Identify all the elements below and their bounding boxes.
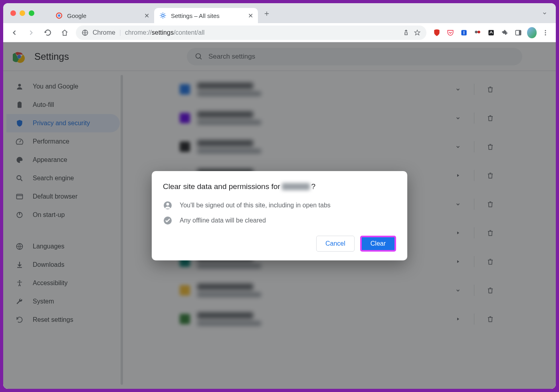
gear-favicon-icon [159, 12, 167, 20]
tab-title: Google [67, 12, 140, 19]
bitwarden-icon[interactable] [459, 28, 469, 37]
svg-rect-9 [519, 30, 521, 35]
address-bar[interactable]: Chrome | chrome://settings/content/all [76, 26, 426, 40]
extension-icon[interactable] [486, 28, 496, 37]
site-info-icon[interactable] [81, 29, 89, 36]
check-circle-icon [163, 216, 172, 225]
tab-strip: Google ✕ Settings – All sites ✕ ＋ [3, 3, 556, 23]
browser-window: Google ✕ Settings – All sites ✕ ＋ Chrome… [3, 3, 556, 389]
home-button[interactable] [59, 27, 70, 38]
close-tab-icon[interactable]: ✕ [144, 12, 149, 20]
tab-overflow-button[interactable] [541, 10, 548, 16]
new-tab-button[interactable]: ＋ [263, 8, 271, 19]
browser-toolbar: Chrome | chrome://settings/content/all [3, 23, 556, 42]
share-icon[interactable] [402, 29, 410, 36]
extensions-menu-icon[interactable] [500, 28, 509, 37]
side-panel-icon[interactable] [513, 28, 523, 37]
cancel-button[interactable]: Cancel [316, 236, 355, 252]
dialog-message: Any offline data will be cleared [163, 216, 396, 225]
modal-overlay: Clear site data and permissions for ? Yo… [3, 42, 556, 389]
maximize-window-button[interactable] [29, 10, 34, 16]
close-tab-icon[interactable]: ✕ [248, 12, 253, 20]
dialog-message: You'll be signed out of this site, inclu… [163, 201, 396, 210]
close-window-button[interactable] [10, 10, 16, 16]
dialog-actions: Cancel Clear [163, 236, 396, 252]
url-text: chrome://settings/content/all [125, 29, 204, 36]
svg-point-6 [478, 31, 480, 33]
svg-point-11 [545, 32, 546, 33]
svg-point-25 [167, 203, 169, 205]
bookmark-icon[interactable] [414, 29, 421, 36]
chrome-menu-icon[interactable] [541, 28, 550, 37]
svg-point-12 [545, 34, 546, 35]
settings-page: Settings Search settings You and GoogleA… [3, 42, 556, 389]
google-favicon-icon [55, 12, 63, 20]
extension-icon[interactable] [473, 28, 482, 37]
svg-point-2 [162, 14, 164, 17]
tab-title: Settings – All sites [171, 12, 244, 19]
minimize-window-button[interactable] [20, 10, 25, 16]
pocket-icon[interactable] [446, 28, 455, 37]
window-controls [10, 10, 34, 16]
svg-point-1 [58, 14, 60, 17]
tab-settings[interactable]: Settings – All sites ✕ [154, 8, 258, 23]
extension-icons [432, 28, 550, 37]
back-button[interactable] [9, 27, 20, 38]
clear-button[interactable]: Clear [360, 236, 396, 252]
profile-avatar[interactable] [527, 28, 537, 37]
tab-google[interactable]: Google ✕ [50, 8, 154, 23]
person-icon [163, 201, 172, 210]
dialog-title: Clear site data and permissions for ? [163, 182, 396, 191]
clear-site-data-dialog: Clear site data and permissions for ? Yo… [152, 171, 407, 260]
reload-button[interactable] [42, 27, 54, 38]
svg-point-10 [545, 30, 546, 31]
svg-point-5 [475, 31, 478, 33]
forward-button[interactable] [26, 27, 37, 38]
ublock-icon[interactable] [432, 28, 442, 37]
url-scheme: Chrome [93, 29, 115, 36]
